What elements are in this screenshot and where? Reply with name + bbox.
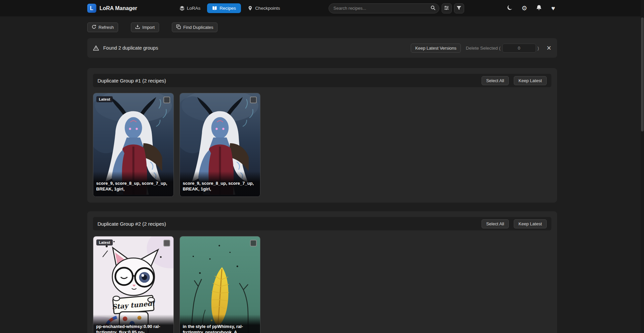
select-all-label: Select All xyxy=(486,221,504,226)
warning-icon xyxy=(93,45,99,51)
group-2-cards: Latest pp-enchanted-whimsy:0.90 ral-frct… xyxy=(93,236,551,333)
keep-latest-versions-button[interactable]: Keep Latest Versions xyxy=(411,44,461,53)
navbar: L LoRA Manager LoRAs Recipes xyxy=(0,0,644,16)
favorites-button[interactable]: ♥ xyxy=(550,5,557,12)
keep-latest-versions-label: Keep Latest Versions xyxy=(415,46,456,51)
sliders-icon xyxy=(444,5,449,11)
scrollbar-track[interactable] xyxy=(641,0,644,333)
group-1-header: Duplicate Group #1 (2 recipes) Select Al… xyxy=(93,74,551,87)
group-2-header: Duplicate Group #2 (2 recipes) Select Al… xyxy=(93,217,551,230)
banner-message: Found 2 duplicate groups xyxy=(103,45,158,51)
moon-icon xyxy=(507,5,513,12)
tab-loras-label: LoRAs xyxy=(187,6,201,11)
refresh-button[interactable]: Refresh xyxy=(87,22,118,32)
nav-tabs: LoRAs Recipes Checkpoints xyxy=(176,3,284,13)
app-logo-letter: L xyxy=(90,5,93,11)
book-icon xyxy=(212,6,217,11)
app-logo[interactable]: L xyxy=(87,4,96,13)
delete-selected-suffix: ) xyxy=(538,46,539,51)
duplicates-copy-icon xyxy=(176,24,181,30)
search-input[interactable] xyxy=(329,3,439,13)
map-pin-icon xyxy=(248,6,253,11)
group-1-select-all-button[interactable]: Select All xyxy=(482,76,509,85)
duplicates-banner: Found 2 duplicate groups Keep Latest Ver… xyxy=(87,38,557,58)
recipe-checkbox[interactable] xyxy=(163,240,170,246)
filter-funnel-icon xyxy=(456,5,461,11)
recipe-checkbox[interactable] xyxy=(250,240,257,246)
delete-selected-prefix: Delete Selected ( xyxy=(466,46,501,51)
select-all-label: Select All xyxy=(486,78,504,83)
group-1-cards: Latest score_9, score_8_up, score_7_up, … xyxy=(93,93,551,197)
tab-recipes[interactable]: Recipes xyxy=(207,3,241,13)
duplicate-group-1: Duplicate Group #1 (2 recipes) Select Al… xyxy=(87,68,557,203)
find-duplicates-button[interactable]: Find Duplicates xyxy=(172,22,218,32)
selected-count-input[interactable] xyxy=(502,44,536,53)
refresh-icon xyxy=(92,24,96,30)
duplicate-group-2: Duplicate Group #2 (2 recipes) Select Al… xyxy=(87,211,557,333)
recipe-card[interactable]: score_9, score_8_up, score_7_up, BREAK, … xyxy=(180,93,260,197)
delete-selected-control: Delete Selected ( ) xyxy=(466,44,539,53)
recipe-caption: pp-enchanted-whimsy:0.90 ral-frctlgmtry_… xyxy=(93,315,174,333)
notifications-button[interactable] xyxy=(535,5,543,12)
refresh-label: Refresh xyxy=(99,25,114,30)
filter-button[interactable] xyxy=(454,3,464,13)
recipe-card[interactable]: Latest pp-enchanted-whimsy:0.90 ral-frct… xyxy=(93,236,174,333)
recipe-caption: score_9, score_8_up, score_7_up, BREAK, … xyxy=(93,171,174,197)
group-1-title: Duplicate Group #1 (2 recipes) xyxy=(98,78,166,84)
search-icon xyxy=(431,5,436,11)
group-2-keep-latest-button[interactable]: Keep Latest xyxy=(514,219,546,228)
recipe-checkbox[interactable] xyxy=(163,97,170,103)
toolbar: Refresh Import Find Duplicates xyxy=(87,22,557,32)
gear-icon: ⚙ xyxy=(522,5,527,11)
keep-latest-label: Keep Latest xyxy=(518,78,542,83)
page: L LoRA Manager LoRAs Recipes xyxy=(0,0,644,333)
settings-button[interactable]: ⚙ xyxy=(521,5,528,12)
theme-toggle-button[interactable] xyxy=(506,5,514,12)
import-icon xyxy=(135,24,140,30)
tab-recipes-label: Recipes xyxy=(219,6,236,11)
recipe-caption: score_9, score_8_up, score_7_up, BREAK, … xyxy=(180,171,260,197)
tab-loras[interactable]: LoRAs xyxy=(176,3,204,13)
tab-checkpoints[interactable]: Checkpoints xyxy=(244,3,283,13)
banner-close-button[interactable]: × xyxy=(547,44,551,52)
latest-badge: Latest xyxy=(96,96,113,102)
find-duplicates-label: Find Duplicates xyxy=(183,25,213,30)
group-2-title: Duplicate Group #2 (2 recipes) xyxy=(98,221,166,227)
recipe-caption: in the style of ppWhimsy, ral-frctlgmtry… xyxy=(180,315,260,333)
group-1-keep-latest-button[interactable]: Keep Latest xyxy=(514,76,546,85)
search-area xyxy=(329,3,464,13)
scrollbar-thumb[interactable] xyxy=(641,17,644,131)
search-button[interactable] xyxy=(429,4,438,12)
main-content: Refresh Import Find Duplicates xyxy=(87,16,557,333)
recipe-card[interactable]: in the style of ppWhimsy, ral-frctlgmtry… xyxy=(180,236,260,333)
layers-icon xyxy=(180,6,185,11)
import-label: Import xyxy=(142,25,155,30)
heart-icon: ♥ xyxy=(551,5,555,11)
bell-icon xyxy=(536,5,542,12)
group-2-select-all-button[interactable]: Select All xyxy=(482,219,509,228)
app-title: LoRA Manager xyxy=(100,5,137,11)
recipe-card[interactable]: Latest score_9, score_8_up, score_7_up, … xyxy=(93,93,174,197)
tab-checkpoints-label: Checkpoints xyxy=(255,6,280,11)
latest-badge: Latest xyxy=(96,239,113,245)
navbar-right-icons: ⚙ ♥ xyxy=(506,5,557,12)
sort-options-button[interactable] xyxy=(442,3,452,13)
import-button[interactable]: Import xyxy=(131,22,159,32)
close-icon: × xyxy=(547,44,551,52)
recipe-checkbox[interactable] xyxy=(250,97,257,103)
keep-latest-label: Keep Latest xyxy=(518,221,542,226)
